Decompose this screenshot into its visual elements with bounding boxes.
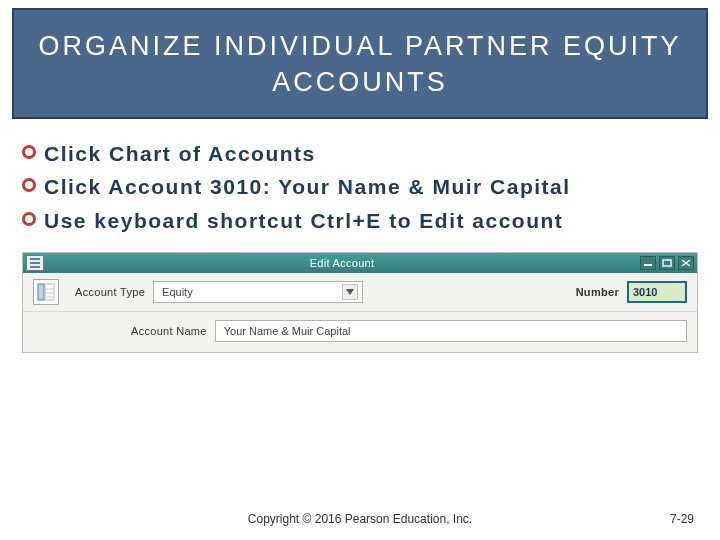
window-buttons: [640, 256, 694, 270]
form-area: Account Type Equity Number 3010 Account …: [23, 273, 697, 352]
footer-copyright: Copyright © 2016 Pearson Education, Inc.: [0, 512, 720, 526]
page-number: 7-29: [670, 512, 694, 526]
number-label: Number: [576, 286, 619, 298]
bullet-item: Click Account 3010: Your Name & Muir Cap…: [22, 170, 698, 204]
minimize-button[interactable]: [640, 256, 656, 270]
bullet-text: Click Chart of Accounts: [44, 137, 698, 171]
system-menu-icon[interactable]: [26, 255, 44, 271]
svg-rect-5: [45, 284, 54, 300]
account-type-label: Account Type: [75, 286, 145, 298]
svg-marker-9: [346, 289, 354, 295]
bullet-list: Click Chart of Accounts Click Account 30…: [22, 137, 698, 238]
slide-title: ORGANIZE INDIVIDUAL PARTNER EQUITY ACCOU…: [24, 28, 696, 101]
row-account-type: Account Type Equity Number 3010: [23, 273, 697, 312]
bullet-item: Click Chart of Accounts: [22, 137, 698, 171]
bullet-ring-icon: [22, 212, 36, 226]
chevron-down-icon: [342, 284, 358, 300]
bullet-text: Use keyboard shortcut Ctrl+E to Edit acc…: [44, 204, 698, 238]
title-line-2: ACCOUNTS: [272, 67, 448, 97]
maximize-button[interactable]: [659, 256, 675, 270]
number-field[interactable]: 3010: [627, 281, 687, 303]
account-name-label: Account Name: [131, 325, 207, 337]
account-type-value: Equity: [162, 286, 193, 298]
row-account-name: Account Name Your Name & Muir Capital: [23, 312, 697, 352]
close-button[interactable]: [678, 256, 694, 270]
edit-account-window: Edit Account: [22, 252, 698, 353]
bullet-item: Use keyboard shortcut Ctrl+E to Edit acc…: [22, 204, 698, 238]
window-title: Edit Account: [44, 257, 640, 269]
title-line-1: ORGANIZE INDIVIDUAL PARTNER EQUITY: [38, 31, 681, 61]
slide: ORGANIZE INDIVIDUAL PARTNER EQUITY ACCOU…: [0, 8, 720, 540]
title-banner: ORGANIZE INDIVIDUAL PARTNER EQUITY ACCOU…: [12, 8, 708, 119]
window-titlebar: Edit Account: [23, 253, 697, 273]
number-value: 3010: [633, 286, 657, 298]
account-name-value: Your Name & Muir Capital: [224, 325, 351, 337]
svg-rect-4: [38, 284, 44, 300]
svg-rect-1: [663, 260, 671, 266]
account-type-select[interactable]: Equity: [153, 281, 363, 303]
account-name-field[interactable]: Your Name & Muir Capital: [215, 320, 687, 342]
bullet-text: Click Account 3010: Your Name & Muir Cap…: [44, 170, 698, 204]
bullet-ring-icon: [22, 178, 36, 192]
bullet-ring-icon: [22, 145, 36, 159]
account-type-icon: [33, 279, 59, 305]
